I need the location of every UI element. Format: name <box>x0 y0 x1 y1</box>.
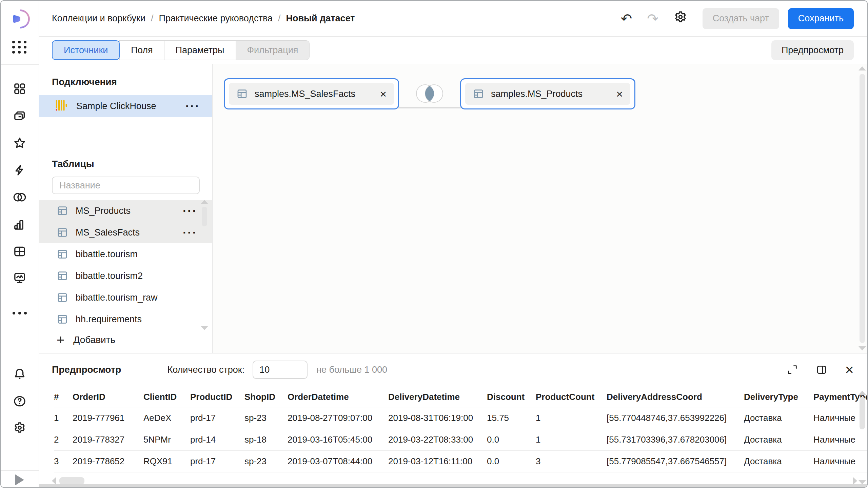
inner-join-venn-icon[interactable] <box>415 83 444 105</box>
clickhouse-icon <box>55 99 67 113</box>
preview-table-wrap: #OrderIDClientIDProductIDShopIDOrderDate… <box>54 387 867 475</box>
table-icon <box>236 88 248 100</box>
row-count-label: Количество строк: <box>167 365 244 375</box>
rail-divider <box>1 470 39 471</box>
favorites-star-icon[interactable] <box>1 136 39 150</box>
table-icon <box>57 248 68 260</box>
tab-filtering[interactable]: Фильтрация <box>236 40 310 60</box>
settings-gear-icon[interactable] <box>673 10 688 26</box>
join-canvas[interactable]: samples.MS_SalesFacts × <box>213 64 867 353</box>
source-node-products[interactable]: samples.MS_Products × <box>460 78 635 109</box>
column-header[interactable]: DeliveryType <box>744 387 813 407</box>
tables-list: MS_Products ··· <box>39 200 212 330</box>
monitoring-icon[interactable] <box>1 271 39 285</box>
datalens-logo[interactable] <box>1 8 39 30</box>
tables-heading: Таблицы <box>52 159 94 169</box>
preview-panel: Предпросмотр Количество строк: не больше… <box>39 353 867 487</box>
column-header[interactable]: ShopID <box>244 387 288 407</box>
tab-fields[interactable]: Поля <box>119 40 164 60</box>
table-name: bibattle.tourism2 <box>76 271 197 281</box>
close-icon[interactable]: × <box>845 364 854 376</box>
tab-sources[interactable]: Источники <box>52 40 120 60</box>
left-rail <box>1 1 39 487</box>
table-row-partial <box>54 472 867 475</box>
table-name: hh.requirements <box>76 314 197 325</box>
table-icon <box>57 292 68 303</box>
table-icon <box>57 270 68 282</box>
charts-icon[interactable] <box>1 218 39 231</box>
node-label: samples.MS_Products <box>491 89 616 99</box>
table-name: MS_Products <box>76 206 183 216</box>
table-menu-button[interactable]: ··· <box>183 229 197 236</box>
table-list-item[interactable]: MS_SalesFacts ··· <box>39 222 212 243</box>
table-icon <box>57 313 68 325</box>
settings-gear-icon[interactable] <box>1 421 39 434</box>
horizontal-scrollbar-track[interactable] <box>39 484 867 487</box>
tab-band: Источники Поля Параметры Фильтрация Пред… <box>39 37 867 64</box>
tables-list-scrollbar[interactable] <box>201 200 208 330</box>
remove-node-icon[interactable]: × <box>616 89 623 99</box>
row-count-input[interactable] <box>253 361 308 379</box>
create-chart-button[interactable]: Создать чарт <box>703 8 779 29</box>
breadcrumb-collections[interactable]: Коллекции и воркбуки <box>52 13 145 24</box>
table-list-item[interactable]: MS_Products ··· <box>39 200 212 222</box>
table-list-item[interactable]: bibattle.tourism_raw ··· <box>39 287 212 308</box>
breadcrumb: Коллекции и воркбуки / Практические руко… <box>52 13 355 24</box>
datasets-venn-icon[interactable] <box>1 190 39 204</box>
collapse-play-icon[interactable] <box>1 474 39 485</box>
preview-table: #OrderIDClientIDProductIDShopIDOrderDate… <box>54 387 867 475</box>
help-icon[interactable] <box>1 394 39 408</box>
preview-horizontal-scrollbar[interactable] <box>52 477 84 485</box>
remove-node-icon[interactable]: × <box>380 89 387 99</box>
main-area: Коллекции и воркбуки / Практические руко… <box>39 1 867 487</box>
collections-icon[interactable] <box>1 109 39 123</box>
expand-icon[interactable] <box>787 364 798 375</box>
plus-icon: + <box>57 332 64 348</box>
table-list-item[interactable]: bibattle.tourism ··· <box>39 243 212 265</box>
column-header[interactable]: OrderID <box>73 387 143 407</box>
tables-icon[interactable] <box>1 245 39 258</box>
undo-icon[interactable]: ↶ <box>621 12 632 25</box>
table-icon <box>57 205 68 217</box>
table-search-input[interactable] <box>52 177 200 194</box>
preview-scroll-right-arrow[interactable] <box>853 477 857 485</box>
breadcrumb-current: Новый датасет <box>286 13 355 24</box>
column-header[interactable]: ProductCount <box>536 387 607 407</box>
preview-toggle-button[interactable]: Предпросмотр <box>771 40 854 60</box>
preview-header: Предпросмотр Количество строк: не больше… <box>39 353 867 386</box>
breadcrumb-workbook[interactable]: Практические руководства <box>159 13 272 24</box>
column-header[interactable]: ProductID <box>190 387 244 407</box>
table-list-item[interactable]: hh.requirements ··· <box>39 308 212 330</box>
connection-name: Sample ClickHouse <box>76 101 185 111</box>
column-header[interactable]: Discount <box>487 387 536 407</box>
redo-icon[interactable]: ↷ <box>647 12 658 25</box>
connection-menu-button[interactable]: ··· <box>185 103 200 109</box>
preview-vertical-scrollbar[interactable] <box>859 391 866 484</box>
column-header[interactable]: ClientID <box>143 387 190 407</box>
editor-lightning-icon[interactable] <box>1 163 39 177</box>
panel-divider <box>39 149 212 149</box>
app-window: Коллекции и воркбуки / Практические руко… <box>0 0 868 488</box>
page-scrollbar[interactable] <box>859 66 866 350</box>
add-table-button[interactable]: + Добавить <box>57 329 115 351</box>
table-list-item[interactable]: bibattle.tourism2 ··· <box>39 265 212 287</box>
tab-parameters[interactable]: Параметры <box>164 40 236 60</box>
table-menu-button[interactable]: ··· <box>183 207 197 214</box>
save-button[interactable]: Сохранить <box>788 8 854 29</box>
column-header[interactable]: OrderDatetime <box>288 387 388 407</box>
more-ellipsis-icon[interactable] <box>1 312 39 314</box>
preview-table-header-row: #OrderIDClientIDProductIDShopIDOrderDate… <box>54 387 867 407</box>
column-header[interactable]: DeliveryDatetime <box>388 387 487 407</box>
split-panel-icon[interactable] <box>816 364 827 375</box>
table-row: 12019-777961AeDeXprd-17sp-232019-08-27T0… <box>54 407 867 429</box>
dashboards-icon[interactable] <box>1 82 39 96</box>
table-row: 32019-778652RQX91prd-17sp-232019-03-07T0… <box>54 450 867 472</box>
connection-item[interactable]: Sample ClickHouse ··· <box>39 95 212 117</box>
node-label: samples.MS_SalesFacts <box>255 89 380 99</box>
apps-grid-icon[interactable] <box>1 41 39 54</box>
column-header[interactable]: DeliveryAddressCoord <box>607 387 744 407</box>
column-header[interactable]: # <box>54 387 73 407</box>
source-node-salesfacts[interactable]: samples.MS_SalesFacts × <box>224 78 399 109</box>
notifications-bell-icon[interactable] <box>1 367 39 381</box>
table-row: 22019-7783275NPMrprd-14sp-182019-03-16T0… <box>54 429 867 450</box>
